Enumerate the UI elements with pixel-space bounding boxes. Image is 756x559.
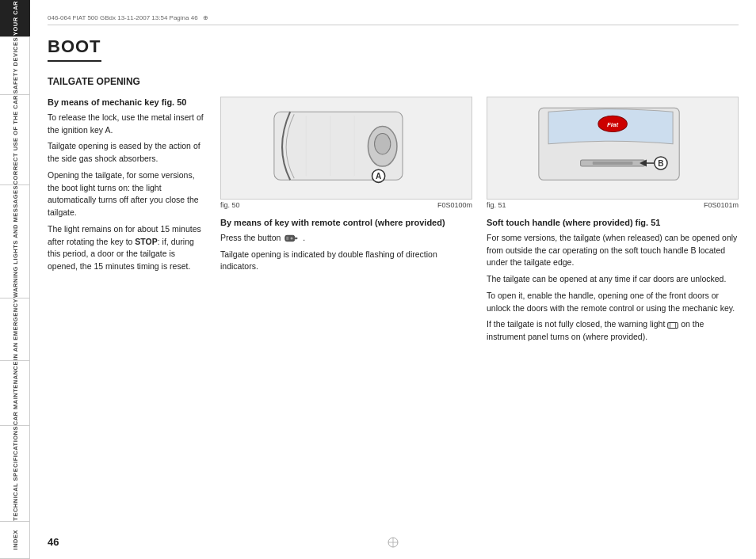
sidebar-item-your-car[interactable]: YOUR CAR xyxy=(0,0,30,37)
sidebar-item-label: SAFETY DEVICES xyxy=(12,37,19,93)
svg-text:Fiat: Fiat xyxy=(607,121,619,128)
sidebar-item-label: CORRECT USE OF THE CAR xyxy=(12,95,19,185)
page-header: 046-064 FIAT 500 GBdx 13-11-2007 13:54 P… xyxy=(48,14,739,25)
para4-stop: STOP xyxy=(135,237,157,246)
mechanic-key-title: By means of mechanic key fig. 50 xyxy=(48,97,206,108)
remote-key-para1: Press the button . xyxy=(220,232,472,245)
svg-point-10 xyxy=(291,238,293,240)
fig50-label: fig. 50 xyxy=(220,201,240,209)
soft-touch-para2: The tailgate can be opened at any time i… xyxy=(487,273,739,286)
figure-50-image: A xyxy=(220,97,472,200)
sidebar-item-label: IN AN EMERGENCY xyxy=(12,299,19,360)
figure-51-image: Fiat B xyxy=(487,97,739,200)
svg-text:B: B xyxy=(658,159,663,168)
header-text: 046-064 FIAT 500 GBdx 13-11-2007 13:54 P… xyxy=(48,14,198,21)
page-number: 46 xyxy=(48,536,59,548)
svg-rect-15 xyxy=(593,162,633,165)
mechanic-key-para3: Opening the tailgate, for some versions,… xyxy=(48,169,206,219)
fig50-ref: F0S0100m xyxy=(437,201,472,209)
bottom-crosshair-icon xyxy=(388,537,399,548)
fig51-svg: Fiat B xyxy=(494,100,731,196)
soft-touch-para3: To open it, enable the handle, opening o… xyxy=(487,290,739,315)
sidebar-item-label: INDEX xyxy=(12,530,19,549)
mechanic-key-para4: The light remains on for about 15 minute… xyxy=(48,223,206,273)
fig51-label: fig. 51 xyxy=(487,201,506,209)
right-column: Fiat B xyxy=(487,97,739,348)
remote-key-title: By means of key with remote control (whe… xyxy=(220,217,472,228)
svg-rect-9 xyxy=(287,237,289,241)
fig51-ref: F0S0101m xyxy=(704,201,739,209)
sidebar-item-emergency[interactable]: IN AN EMERGENCY xyxy=(0,299,30,361)
fig50-svg: A xyxy=(227,100,465,196)
svg-rect-19 xyxy=(668,322,678,328)
soft-touch-para4: If the tailgate is not fully closed, the… xyxy=(487,318,739,344)
sidebar-item-label: WARNING LIGHTS AND MESSAGES xyxy=(12,185,19,298)
soft-touch-para1: For some versions, the tailgate (when re… xyxy=(487,232,739,269)
mechanic-key-para1: To release the lock, use the metal inser… xyxy=(48,112,206,137)
tailgate-opening-title: TAILGATE OPENING xyxy=(48,76,739,89)
sidebar: YOUR CAR SAFETY DEVICES CORRECT USE OF T… xyxy=(0,0,30,559)
soft-touch-title: Soft touch handle (where provided) fig. … xyxy=(487,217,739,228)
sidebar-item-index[interactable]: INDEX xyxy=(0,522,30,559)
figure-50-container: A fig. 50 F0S0100m xyxy=(220,97,472,209)
sidebar-item-label: CAR MAINTENANCE xyxy=(12,361,19,425)
content-grid: By means of mechanic key fig. 50 To rele… xyxy=(48,97,739,348)
sidebar-item-safety-devices[interactable]: SAFETY DEVICES xyxy=(0,37,30,94)
main-content: 046-064 FIAT 500 GBdx 13-11-2007 13:54 P… xyxy=(30,0,756,559)
remote-key-para2: Tailgate opening is indicated by double … xyxy=(220,249,472,274)
svg-point-2 xyxy=(374,133,390,154)
page-title: BOOT xyxy=(48,36,101,62)
mechanic-key-para2: Tailgate opening is eased by the action … xyxy=(48,140,206,165)
figure-51-container: Fiat B xyxy=(487,97,739,209)
figure-51-caption: fig. 51 F0S0101m xyxy=(487,201,739,209)
sidebar-item-label: YOUR CAR xyxy=(12,1,19,36)
figure-50-caption: fig. 50 F0S0100m xyxy=(220,201,472,209)
svg-text:A: A xyxy=(376,172,382,181)
mid-column: A fig. 50 F0S0100m By means of key with … xyxy=(220,97,472,348)
sidebar-item-car-maintenance[interactable]: CAR MAINTENANCE xyxy=(0,361,30,426)
sidebar-item-technical[interactable]: TECHNICAL SPECIFICATIONS xyxy=(0,426,30,522)
left-column: By means of mechanic key fig. 50 To rele… xyxy=(48,97,206,348)
sidebar-item-warning[interactable]: WARNING LIGHTS AND MESSAGES xyxy=(0,185,30,299)
header-crosshair: ⊕ xyxy=(203,14,208,21)
para4-prefix: If the tailgate is not fully closed, the… xyxy=(487,319,667,329)
remote-key-icon xyxy=(284,234,299,243)
sidebar-item-label: TECHNICAL SPECIFICATIONS xyxy=(12,426,19,521)
sidebar-item-correct-use[interactable]: CORRECT USE OF THE CAR xyxy=(0,95,30,186)
warning-light-icon xyxy=(667,321,678,329)
